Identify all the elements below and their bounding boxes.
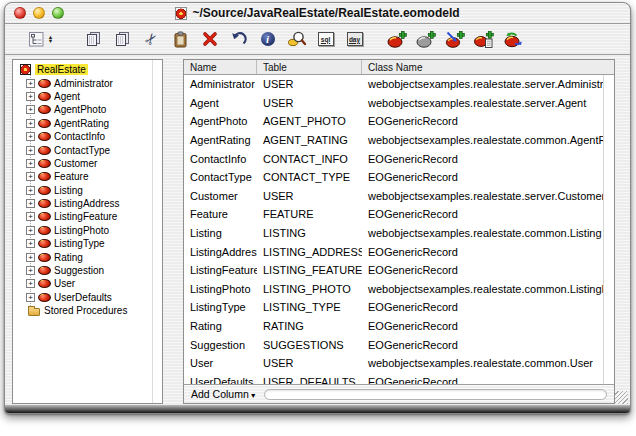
undo-button[interactable] bbox=[224, 26, 253, 52]
tree-item-listingfeature[interactable]: ListingFeature bbox=[13, 210, 162, 223]
tree-item-agentrating[interactable]: AgentRating bbox=[13, 117, 162, 130]
expand-icon[interactable] bbox=[26, 253, 35, 262]
cell-name: ContactType bbox=[184, 171, 257, 183]
cell-name: ListingType bbox=[184, 301, 257, 313]
add-relationship-button[interactable] bbox=[440, 26, 469, 52]
entity-table-pane: Name Table Class Name AdministratorUSERw… bbox=[183, 59, 615, 404]
pane-splitter[interactable] bbox=[163, 59, 183, 404]
table-row[interactable]: ListingTypeLISTING_TYPEEOGenericRecord bbox=[184, 298, 603, 317]
toolbar: ▲▼ ✂ bbox=[5, 24, 630, 55]
expand-icon[interactable] bbox=[26, 226, 35, 235]
column-header-name[interactable]: Name bbox=[184, 60, 257, 74]
sidebar-scrollbar-track[interactable] bbox=[152, 60, 162, 403]
expand-icon[interactable] bbox=[26, 186, 35, 195]
paste-button[interactable] bbox=[166, 26, 195, 52]
tree-item-stored-procedures[interactable]: Stored Procedures bbox=[13, 304, 162, 317]
table-row[interactable]: CustomerUSERwebobjectsexamples.realestat… bbox=[184, 187, 603, 206]
table-row[interactable]: FeatureFEATUREEOGenericRecord bbox=[184, 205, 603, 224]
content-area: RealEstate Administrator Agent AgentPhot… bbox=[5, 58, 630, 404]
window-resize-grip[interactable] bbox=[615, 391, 628, 404]
column-header-classname[interactable]: Class Name bbox=[362, 60, 614, 74]
add-entity-button[interactable] bbox=[382, 26, 411, 52]
view-mode-switcher-button[interactable]: ▲▼ bbox=[21, 26, 61, 52]
expand-icon[interactable] bbox=[26, 146, 35, 155]
stepper-arrows-icon[interactable]: ▲▼ bbox=[48, 35, 53, 44]
copy-button[interactable] bbox=[79, 26, 108, 52]
entity-icon bbox=[38, 92, 51, 101]
tree-item-rating[interactable]: Rating bbox=[13, 250, 162, 263]
tree-item-listing[interactable]: Listing bbox=[13, 184, 162, 197]
tree-item-listingphoto[interactable]: ListingPhoto bbox=[13, 224, 162, 237]
table-row[interactable]: UserUSERwebobjectsexamples.realestate.co… bbox=[184, 354, 603, 373]
document-proxy-icon[interactable] bbox=[175, 7, 187, 20]
table-row[interactable]: AgentPhotoAGENT_PHOTOEOGenericRecord bbox=[184, 112, 603, 131]
browse-data-button[interactable] bbox=[282, 26, 311, 52]
tree-item-userdefaults[interactable]: UserDefaults bbox=[13, 291, 162, 304]
table-scrollbar-track[interactable] bbox=[603, 75, 614, 384]
close-button[interactable] bbox=[14, 7, 26, 19]
add-fetch-spec-button[interactable] bbox=[469, 26, 498, 52]
table-row[interactable]: AgentUSERwebobjectsexamples.realestate.s… bbox=[184, 94, 603, 113]
expand-icon[interactable] bbox=[26, 266, 35, 275]
expand-icon[interactable] bbox=[26, 105, 35, 114]
entity-icon bbox=[38, 279, 51, 288]
expand-icon[interactable] bbox=[26, 212, 35, 221]
scissors-icon: ✂ bbox=[141, 29, 163, 50]
expand-icon[interactable] bbox=[26, 293, 35, 302]
tree-item-customer[interactable]: Customer bbox=[13, 157, 162, 170]
tree-item-contacttype[interactable]: ContactType bbox=[13, 143, 162, 156]
tree-item-agentphoto[interactable]: AgentPhoto bbox=[13, 103, 162, 116]
expand-icon[interactable] bbox=[26, 279, 35, 288]
duplicate-button[interactable] bbox=[108, 26, 137, 52]
column-header-table[interactable]: Table bbox=[257, 60, 362, 74]
title-bar[interactable]: ~/Source/JavaRealEstate/RealEstate.eomod… bbox=[5, 3, 630, 24]
cell-classname: webobjectsexamples.realestate.common.Lis… bbox=[362, 227, 603, 239]
table-row[interactable]: UserDefaultsUSER_DEFAULTSEOGenericRecord bbox=[184, 373, 603, 385]
table-row[interactable]: AdministratorUSERwebobjectsexamples.real… bbox=[184, 75, 603, 94]
tree-item-agent[interactable]: Agent bbox=[13, 90, 162, 103]
table-row[interactable]: ContactInfoCONTACT_INFOEOGenericRecord bbox=[184, 149, 603, 168]
table-row[interactable]: ListingLISTINGwebobjectsexamples.realest… bbox=[184, 224, 603, 243]
cut-button[interactable]: ✂ bbox=[137, 26, 166, 52]
expand-icon[interactable] bbox=[26, 159, 35, 168]
zoom-button[interactable] bbox=[52, 7, 64, 19]
tree-item-administrator[interactable]: Administrator bbox=[13, 76, 162, 89]
cell-classname: webobjectsexamples.realestate.server.Age… bbox=[362, 97, 603, 109]
expand-icon[interactable] bbox=[26, 199, 35, 208]
tree-item-user[interactable]: User bbox=[13, 277, 162, 290]
table-row[interactable]: ListingFeatureLISTING_FEATUREEOGenericRe… bbox=[184, 261, 603, 280]
add-attribute-button[interactable] bbox=[411, 26, 440, 52]
tree-item-suggestion[interactable]: Suggestion bbox=[13, 264, 162, 277]
table-row[interactable]: ListingPhotoLISTING_PHOTOwebobjectsexamp… bbox=[184, 280, 603, 299]
flatten-property-button[interactable] bbox=[498, 26, 527, 52]
tree-item-listingtype[interactable]: ListingType bbox=[13, 237, 162, 250]
table-row[interactable]: AgentRatingAGENT_RATINGwebobjectsexample… bbox=[184, 131, 603, 150]
expand-icon[interactable] bbox=[26, 79, 35, 88]
table-row[interactable]: SuggestionSUGGESTIONSEOGenericRecord bbox=[184, 335, 603, 354]
cell-classname: EOGenericRecord bbox=[362, 301, 603, 313]
tree-item-feature[interactable]: Feature bbox=[13, 170, 162, 183]
tree-root-label: RealEstate bbox=[35, 64, 88, 75]
entity-icon bbox=[38, 172, 51, 181]
expand-icon[interactable] bbox=[26, 239, 35, 248]
horizontal-scrollbar-track[interactable] bbox=[264, 389, 607, 400]
expand-icon[interactable] bbox=[26, 172, 35, 181]
table-row[interactable]: RatingRATINGEOGenericRecord bbox=[184, 317, 603, 336]
inspector-button[interactable]: i bbox=[253, 26, 282, 52]
generate-sql-button[interactable]: sql bbox=[311, 26, 340, 52]
add-attribute-icon bbox=[416, 31, 436, 48]
cell-classname: EOGenericRecord bbox=[362, 264, 603, 276]
expand-icon[interactable] bbox=[26, 92, 35, 101]
delete-button[interactable] bbox=[195, 26, 224, 52]
table-row[interactable]: ListingAddressLISTING_ADDRESSEOGenericRe… bbox=[184, 242, 603, 261]
tree-root-realestate[interactable]: RealEstate bbox=[13, 63, 162, 76]
table-row[interactable]: ContactTypeCONTACT_TYPEEOGenericRecord bbox=[184, 168, 603, 187]
minimize-button[interactable] bbox=[33, 7, 45, 19]
duplicate-icon bbox=[115, 31, 131, 47]
expand-icon[interactable] bbox=[26, 119, 35, 128]
tree-item-listingaddress[interactable]: ListingAddress bbox=[13, 197, 162, 210]
add-column-button[interactable]: Add Column▼ bbox=[191, 388, 257, 400]
tree-item-contactinfo[interactable]: ContactInfo bbox=[13, 130, 162, 143]
date-type-button[interactable]: day bbox=[340, 26, 369, 52]
expand-icon[interactable] bbox=[26, 132, 35, 141]
